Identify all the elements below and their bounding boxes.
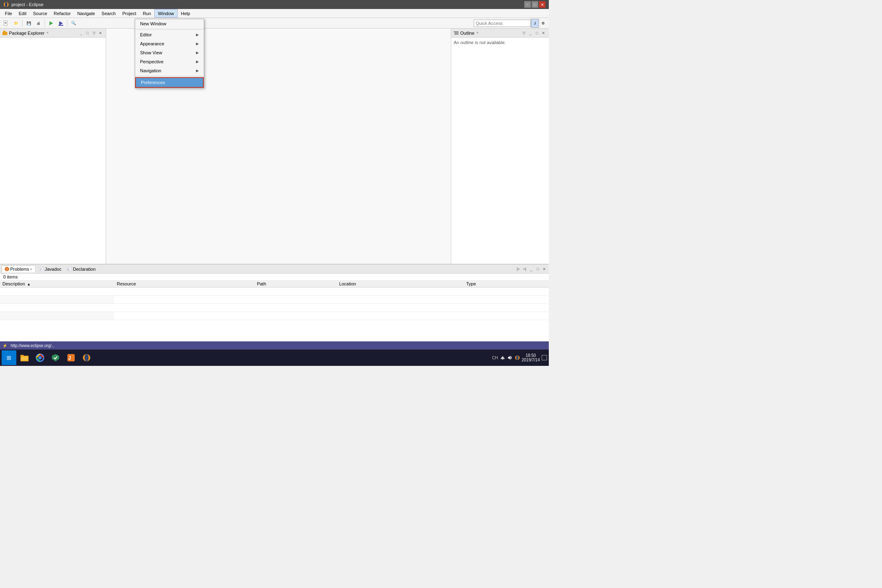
col-description[interactable]: Description ▲ (0, 281, 114, 287)
panel-close-btn[interactable]: ✕ (98, 30, 103, 36)
window-dropdown-menu: New Window Editor ▶ Appearance ▶ Show Vi… (135, 19, 204, 88)
tab-declaration[interactable]: D Declaration (65, 266, 98, 272)
bottom-panel-btn-2[interactable]: >| (522, 266, 528, 272)
svg-point-24 (38, 356, 42, 359)
perspective-btn-1[interactable]: J (531, 19, 539, 28)
toolbar-btn-2[interactable]: 🖨 (34, 19, 43, 28)
svg-point-15 (7, 270, 7, 271)
svg-rect-11 (454, 33, 459, 33)
table-row (0, 287, 549, 296)
panel-viewmenu-btn[interactable]: ▽ (91, 30, 97, 36)
menu-source[interactable]: Source (30, 9, 51, 18)
svg-rect-7 (58, 25, 63, 26)
col-path[interactable]: Path (254, 281, 336, 287)
outline-minimize-btn[interactable]: ▽ (521, 30, 527, 36)
outline-close-btn[interactable]: ✕ (541, 30, 546, 36)
outline-maximize-btn[interactable]: □ (534, 30, 540, 36)
taskbar-explorer-btn[interactable] (17, 350, 32, 365)
bottom-panel: Problems ✕ J Javadoc D (0, 264, 549, 341)
menu-perspective[interactable]: Perspective ▶ (135, 57, 204, 66)
bottom-panel-maximize-btn[interactable]: □ (535, 266, 541, 272)
menu-search[interactable]: Search (98, 9, 119, 18)
menu-sep-1 (135, 29, 204, 29)
toolbar-new-button[interactable] (2, 19, 11, 28)
bottom-panel-btn-1[interactable]: |> (515, 266, 521, 272)
outline-minimize2-btn[interactable]: _ (528, 30, 533, 36)
declaration-icon: D (67, 267, 72, 272)
table-row (0, 304, 549, 312)
chrome-icon (36, 353, 45, 362)
taskbar: ⊞ J (0, 350, 549, 366)
menu-refactor[interactable]: Refactor (51, 9, 74, 18)
svg-text:J: J (68, 355, 71, 361)
system-clock[interactable]: 18:50 2019/7/14 (522, 353, 540, 362)
outline-title: Outline (460, 31, 474, 36)
menu-window[interactable]: Window (154, 9, 178, 18)
taskbar-java-btn[interactable]: J (64, 350, 78, 365)
menu-navigate[interactable]: Navigate (74, 9, 98, 18)
taskbar-eclipse-btn[interactable] (79, 350, 94, 365)
toolbar-sep-1 (22, 20, 22, 27)
declaration-label: Declaration (73, 267, 96, 272)
outline-close-tab: ✕ (476, 31, 479, 35)
menu-file[interactable]: File (2, 9, 16, 18)
taskbar-right-area: CH 18:50 2019/7/14 (492, 353, 547, 362)
menu-edit[interactable]: Edit (16, 9, 30, 18)
panel-maximize-btn[interactable]: □ (85, 30, 90, 36)
table-row (0, 312, 549, 320)
menu-bar: File Edit Source Refactor Navigate Searc… (0, 9, 549, 18)
col-resource[interactable]: Resource (114, 281, 254, 287)
toolbar: 📁 💾 🖨 🔍 J ⚙ (0, 18, 549, 29)
problems-table-container[interactable]: Description ▲ Resource Path Location Typ… (0, 281, 549, 341)
title-text: project - Eclipse (11, 2, 43, 7)
package-explorer-panel: Package Explorer ✕ _ □ ▽ ✕ (0, 29, 106, 264)
sort-arrow: ▲ (27, 282, 31, 286)
close-button[interactable]: ✕ (539, 1, 546, 8)
panel-minimize-btn[interactable]: _ (78, 30, 84, 36)
svg-point-28 (85, 354, 89, 361)
col-type[interactable]: Type (464, 281, 549, 287)
tab-problems[interactable]: Problems ✕ (2, 265, 36, 272)
navigation-arrow: ▶ (196, 69, 199, 73)
svg-rect-14 (7, 268, 7, 270)
menu-help[interactable]: Help (178, 9, 194, 18)
outline-message: An outline is not available. (454, 40, 506, 45)
menu-preferences[interactable]: Preferences (135, 77, 204, 88)
svg-point-31 (516, 356, 519, 360)
col-location[interactable]: Location (336, 281, 463, 287)
perspective-btn-2[interactable]: ⚙ (539, 19, 547, 28)
package-explorer-close-tab: ✕ (46, 31, 49, 35)
eclipse-tray-icon (514, 355, 520, 361)
outline-header: Outline ✕ ▽ _ □ ✕ (451, 29, 549, 38)
svg-rect-8 (2, 32, 7, 35)
bottom-panel-close-btn[interactable]: ✕ (541, 266, 547, 272)
menu-show-view[interactable]: Show View ▶ (135, 48, 204, 57)
taskbar-chrome-btn[interactable] (33, 350, 47, 365)
menu-navigation[interactable]: Navigation ▶ (135, 66, 204, 75)
menu-new-window[interactable]: New Window (135, 19, 204, 28)
tab-javadoc[interactable]: J Javadoc (36, 266, 64, 272)
show-view-arrow: ▶ (196, 51, 199, 55)
menu-editor[interactable]: Editor ▶ (135, 30, 204, 39)
perspective-arrow: ▶ (196, 60, 199, 64)
start-button[interactable]: ⊞ (2, 350, 16, 365)
bottom-panel-minimize-btn[interactable]: _ (528, 266, 534, 272)
toolbar-run-button[interactable] (47, 19, 56, 28)
toolbar-btn-1[interactable]: 💾 (24, 19, 33, 28)
toolbar-search-button[interactable]: 🔍 (69, 19, 78, 28)
toolbar-debug-button[interactable] (56, 19, 65, 28)
menu-appearance[interactable]: Appearance ▶ (135, 39, 204, 48)
menu-project[interactable]: Project (119, 9, 139, 18)
menu-sep-2 (135, 76, 204, 76)
menu-run[interactable]: Run (140, 9, 154, 18)
network-icon (500, 355, 506, 361)
package-icon (2, 31, 7, 36)
minimize-button[interactable]: − (524, 1, 531, 8)
package-explorer-header: Package Explorer ✕ _ □ ▽ ✕ (0, 29, 106, 38)
quick-access-input[interactable] (474, 20, 531, 27)
svg-rect-32 (542, 355, 547, 360)
notification-icon (541, 355, 547, 361)
taskbar-app1-btn[interactable] (48, 350, 63, 365)
toolbar-open-button[interactable]: 📁 (11, 19, 20, 28)
restore-button[interactable]: □ (532, 1, 538, 8)
